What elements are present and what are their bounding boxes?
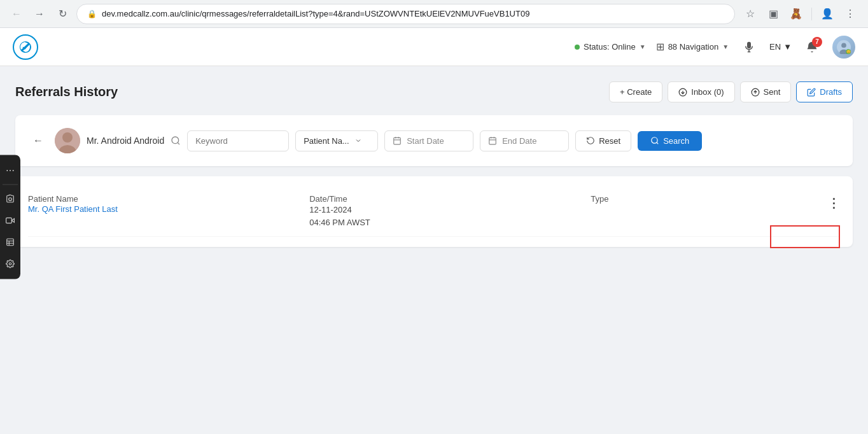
data-table: Patient Name Mr. QA First Patient Last D… (15, 176, 853, 247)
back-button[interactable]: ← (28, 130, 48, 151)
patient-name-col-header: Patient Name (28, 194, 309, 204)
table-row: Patient Name Mr. QA First Patient Last D… (28, 186, 840, 237)
sidebar-video-button[interactable] (0, 211, 20, 231)
svg-point-12 (62, 132, 73, 143)
address-bar[interactable]: 🔒 dev.medcallz.com.au/clinic/qrmessages/… (76, 4, 735, 24)
datetime-col-header: Date/Time (309, 194, 591, 204)
puzzle-button[interactable]: 🧸 (786, 4, 806, 24)
divider (811, 8, 812, 20)
back-nav-button[interactable]: ← (8, 5, 25, 23)
start-date-input[interactable]: Start Date (384, 130, 473, 151)
url-text: dev.medcallz.com.au/clinic/qrmessages/re… (102, 9, 724, 18)
sidebar-settings-button[interactable] (0, 254, 20, 274)
row-more-button[interactable]: ⋮ (802, 194, 840, 211)
notification-button[interactable]: 7 (802, 37, 822, 57)
svg-line-25 (657, 143, 659, 144)
end-date-label: End Date (502, 136, 536, 146)
sidebar-camera-button[interactable] (0, 189, 20, 209)
microphone-button[interactable] (739, 37, 759, 57)
language-button[interactable]: EN ▼ (769, 42, 792, 52)
inbox-label: Inbox (0) (691, 87, 724, 97)
notification-count: 7 (812, 37, 822, 47)
status-chevron-icon: ▼ (640, 43, 646, 50)
sent-label: Sent (764, 87, 781, 97)
page-header: Referrals History + Create Inbox (0) Sen… (15, 81, 853, 102)
svg-rect-20 (489, 137, 496, 144)
svg-rect-28 (6, 218, 12, 223)
patient-link[interactable]: Mr. QA First Patient Last (28, 204, 118, 214)
svg-point-24 (652, 137, 657, 143)
search-panel: ← Mr. Android Android Patient Na... St (15, 115, 853, 166)
drafts-button[interactable]: Drafts (796, 81, 853, 102)
user-avatar[interactable]: 😊 (832, 36, 855, 59)
sidebar-clipboard-button[interactable] (0, 232, 20, 253)
svg-marker-27 (11, 219, 14, 223)
profile-button[interactable]: 👤 (817, 4, 837, 24)
svg-point-26 (9, 198, 12, 201)
browser-chrome: ← → ↻ 🔒 dev.medcallz.com.au/clinic/qrmes… (0, 0, 868, 28)
reload-button[interactable]: ↻ (53, 5, 71, 23)
navigation-label: 88 Navigation (668, 42, 719, 52)
type-cell: Type (591, 194, 802, 204)
grid-icon: ⊞ (656, 41, 664, 53)
svg-line-15 (178, 143, 179, 144)
menu-button[interactable]: ⋮ (840, 4, 860, 24)
nav-chevron-icon: ▼ (722, 43, 729, 50)
svg-point-33 (9, 263, 11, 265)
svg-point-14 (172, 137, 179, 144)
end-date-input[interactable]: End Date (480, 130, 569, 151)
search-row: ← Mr. Android Android Patient Na... St (28, 128, 840, 153)
datetime-cell: Date/Time 12-11-2024 04:46 PM AWST (309, 194, 591, 228)
inbox-button[interactable]: Inbox (0) (668, 81, 734, 102)
svg-rect-16 (394, 137, 401, 144)
search-button[interactable]: Search (638, 131, 702, 151)
patient-name-cell: Patient Name Mr. QA First Patient Last (28, 194, 309, 214)
sidebar-more-button[interactable]: ⋯ (0, 160, 20, 181)
main-content: Referrals History + Create Inbox (0) Sen… (0, 66, 868, 434)
drafts-label: Drafts (820, 87, 842, 97)
svg-point-3 (841, 43, 846, 48)
page-title: Referrals History (15, 85, 118, 99)
bookmark-button[interactable]: ☆ (740, 4, 760, 24)
patient-type-dropdown[interactable]: Patient Na... (295, 130, 378, 151)
lang-chevron-icon: ▼ (783, 42, 792, 52)
sidebar-divider (3, 185, 18, 185)
reset-button[interactable]: Reset (575, 130, 631, 151)
forward-nav-button[interactable]: → (31, 5, 48, 23)
patient-avatar (55, 128, 80, 153)
status-badge[interactable]: Status: Online ▼ (575, 42, 646, 52)
floating-sidebar: ⋯ (0, 155, 20, 279)
reset-label: Reset (599, 136, 620, 146)
patient-name: Mr. Android Android (87, 136, 164, 146)
search-icon (171, 136, 181, 146)
datetime-line1: 12-11-2024 (309, 204, 591, 216)
type-col-header: Type (591, 194, 802, 204)
status-dot (575, 45, 580, 50)
search-label: Search (663, 136, 689, 146)
create-button[interactable]: + Create (609, 81, 662, 102)
language-label: EN (769, 42, 781, 52)
app-header: Status: Online ▼ ⊞ 88 Navigation ▼ EN ▼ (0, 28, 868, 66)
app-logo[interactable] (13, 34, 38, 60)
secure-icon: 🔒 (87, 10, 97, 18)
start-date-label: Start Date (407, 136, 444, 146)
svg-rect-29 (7, 239, 14, 246)
status-label: Status: Online (584, 42, 636, 52)
datetime-line2: 04:46 PM AWST (309, 216, 591, 229)
extensions-button[interactable]: ▣ (763, 4, 783, 24)
page-actions: + Create Inbox (0) Sent Drafts (609, 81, 853, 102)
svg-text:😊: 😊 (846, 48, 851, 53)
navigation-button[interactable]: ⊞ 88 Navigation ▼ (656, 41, 729, 53)
sent-button[interactable]: Sent (740, 81, 792, 102)
patient-dropdown-label: Patient Na... (304, 136, 349, 146)
keyword-input[interactable] (187, 130, 289, 151)
